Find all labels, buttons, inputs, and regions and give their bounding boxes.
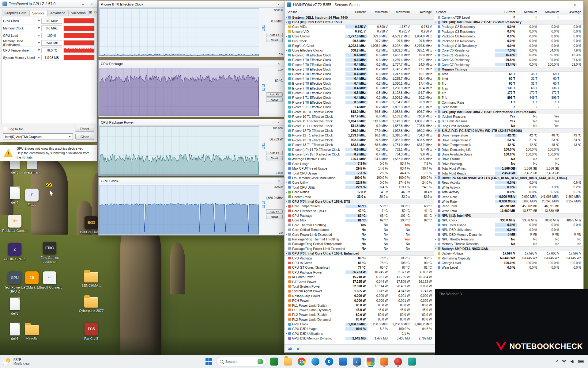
sensor-row[interactable]: CPU Package 82 °C 63 °C 101 °C 81 °C bbox=[285, 213, 434, 218]
expand-arrow-icon[interactable]: ▸ bbox=[434, 63, 438, 66]
taskbar-app-gpu-z[interactable] bbox=[379, 356, 390, 367]
expand-arrow-icon[interactable]: ▸ bbox=[285, 191, 288, 194]
sensor-row[interactable]: Core Max 81 °C 62 °C 103 °C 82 °C bbox=[285, 218, 434, 223]
sensor-row[interactable]: Read Activity 0.0 % 0.0 % 0.6 % bbox=[434, 180, 583, 185]
expand-arrow-icon[interactable]: ▸ bbox=[285, 35, 288, 38]
desktop-icon-far-cry-5[interactable]: FC5 Far Cry 5 bbox=[77, 323, 105, 341]
gpuz-tab[interactable]: Advanced bbox=[47, 10, 68, 16]
expand-arrow-icon[interactable]: ▸ bbox=[434, 49, 438, 52]
screenshot-icon[interactable]: ▣ bbox=[89, 10, 92, 14]
minimize-button[interactable]: – bbox=[80, 2, 86, 6]
sensor-row[interactable]: CPU Package Power 36.783 W 10.245 W 52.3… bbox=[285, 270, 434, 274]
taskbar-app-hwinfo-sensors[interactable] bbox=[365, 356, 376, 367]
expand-arrow-icon[interactable]: ▾ bbox=[285, 21, 288, 24]
sensor-row[interactable]: P-core 8 T1 Effective Clock 0.4 MHz 0.2 … bbox=[285, 95, 434, 100]
sensor-row[interactable]: Write Total 13,680 MB 13,577 MB 13,680 M… bbox=[434, 209, 583, 213]
taskbar-app-hwinfo[interactable]: i bbox=[351, 356, 363, 367]
sensor-row[interactable]: Ring/LLC Clock 3,292.1 MHz 1,995.1 MHz 3… bbox=[285, 43, 434, 48]
sensor-row[interactable]: ▾ System: DELL Inspiron 14 Plus 7440 bbox=[285, 15, 434, 20]
sensor-row[interactable]: P-core 10 T0 Effective Clock 818.0 MHz 7… bbox=[285, 109, 434, 114]
sensor-row[interactable]: E-core 0 T0 Effective Clock 0.4 MHz 0.3 … bbox=[285, 53, 434, 57]
sensor-row[interactable]: PL1 Power Limit (Static) 80.0 W 80.0 W 8… bbox=[285, 303, 434, 308]
sensor-row[interactable]: Package C10 Residency 0.0 % 0.0 % 0.0 % … bbox=[434, 43, 583, 48]
sensor-row[interactable]: E-core 5 T0 Effective Clock 0.4 MHz 0.2 … bbox=[285, 76, 434, 81]
graph-handle[interactable] bbox=[262, 29, 265, 31]
sensor-row[interactable]: Gear Mode 2 2 2 bbox=[434, 105, 583, 109]
sensor-row[interactable]: P-core 11 T1 Effective Clock 511.8 MHz 9… bbox=[285, 124, 434, 128]
sensor-row[interactable]: ▾ Core Effective Clocks 308.2 MHz 0.2 MH… bbox=[285, 48, 434, 53]
sensor-row[interactable]: ▸ GPU D3D Utilizations 1.5 % bbox=[285, 331, 434, 336]
graphics-device-select[interactable]: Intel(R) Arc(TM) Graphics bbox=[3, 133, 73, 140]
sensor-row[interactable]: Package C2 Residency 0.0 % 0.0 % 0.0 % 0… bbox=[434, 25, 583, 29]
expand-arrow-icon[interactable]: ▸ bbox=[434, 120, 438, 123]
wifi-icon[interactable] bbox=[562, 359, 567, 364]
sensor-row[interactable]: CPU IA Cores 86 °C 78 °C 103 °C 93 °C bbox=[285, 260, 434, 265]
sensor-row[interactable]: NPU Clock 333.0 MHz 333.0 MHz 700.0 MHz … bbox=[434, 218, 583, 223]
sensor-row[interactable]: P-core 11 T0 Effective Clock 1,094.9 MHz… bbox=[285, 119, 434, 124]
sensor-row[interactable]: P-core 9 T1 Effective Clock 1.4 MHz 0.2 … bbox=[285, 105, 434, 109]
expand-arrow-icon[interactable]: ▸ bbox=[285, 332, 288, 335]
sensor-row[interactable]: On-Demand Clock Modulation 100.0 % 100.0… bbox=[285, 175, 434, 180]
desktop-icon-dell5[interactable]: dell5 bbox=[1, 297, 29, 316]
graph-handle[interactable] bbox=[262, 201, 265, 204]
column-average[interactable]: Average bbox=[561, 10, 583, 14]
minimize-button[interactable]: – bbox=[543, 1, 556, 9]
sensor-row[interactable]: P-core 9 T0 Effective Clock 0.5 MHz 0.3 … bbox=[285, 100, 434, 105]
graph-handle[interactable] bbox=[262, 143, 265, 146]
expand-arrow-icon[interactable]: ▸ bbox=[285, 233, 288, 236]
sensor-row[interactable]: ▾ S.M.A.R.T.: PC SN740 NVMe WD 1TB (2345… bbox=[434, 128, 583, 133]
sensor-row[interactable]: ▸ Core Thermal Throttling Yes No Yes bbox=[285, 223, 434, 227]
sensor-row[interactable]: ▸ NPU D3D Utilizations 0.0 % 0.0 % 0.0 % bbox=[434, 228, 583, 232]
sensor-row[interactable]: Battery Voltage 17.597 V 17.595 V 17.600… bbox=[434, 251, 583, 256]
sensor-row[interactable]: E-core 4 T0 Effective Clock 0.4 MHz 0.3 … bbox=[285, 72, 434, 76]
expand-arrow-icon[interactable]: ▸ bbox=[434, 238, 438, 241]
sensor-row[interactable]: E-core (LP) 15 T0 Effective Clock 0.7 MH… bbox=[285, 152, 434, 156]
sensor-row[interactable]: CPU Package 86 °C 78 °C 103 °C 93 °C bbox=[285, 256, 434, 260]
sensor-row[interactable]: ▾ CPU [#0]: Intel Core Ultra 7 155H bbox=[285, 20, 434, 24]
sensor-row[interactable]: Max CPU/Thread Usage 29.5 % 14.6 % 83.4 … bbox=[285, 166, 434, 171]
column-current[interactable]: Current bbox=[345, 10, 368, 14]
expand-arrow-icon[interactable]: ▸ bbox=[434, 125, 438, 127]
gpuz-tab[interactable]: Sensors bbox=[29, 10, 47, 16]
taskbar-app-edge[interactable] bbox=[310, 356, 321, 367]
sensor-row[interactable]: PL2 Power Limit (Static) 80.0 W 80.0 W 8… bbox=[285, 312, 434, 317]
column-sensor[interactable]: Sensor bbox=[285, 10, 345, 14]
sensor-row[interactable]: Remaining Capacity 63.445 Wh 63.445 Wh 6… bbox=[434, 256, 583, 260]
sensor-row[interactable]: ▸ Memory Throttle Reasons No No No No bbox=[434, 242, 583, 246]
close-button[interactable]: × bbox=[568, 1, 581, 9]
graph-titlebar[interactable]: GPU Clock × bbox=[99, 178, 284, 184]
sensor-row[interactable]: E-core 7 T0 Effective Clock 0.4 MHz 0.3 … bbox=[285, 86, 434, 90]
sensor-row[interactable]: GPU D3D Memory Dynamic 2,541 MB 1,477 MB… bbox=[285, 336, 434, 341]
taskbar-app-green-app[interactable] bbox=[268, 356, 280, 367]
sensor-row[interactable]: ▸ Core Critical Temperature No No No bbox=[285, 228, 434, 232]
sensor-row[interactable]: E-core 1 T0 Effective Clock 0.4 MHz 0.3 … bbox=[285, 58, 434, 62]
sensor-row[interactable]: ▸ Core C1 Residency 16.4 % 0.0 % 86.9 % … bbox=[434, 53, 583, 57]
taskbar-app-teal-app[interactable] bbox=[406, 356, 418, 367]
expand-arrow-icon[interactable]: ▾ bbox=[434, 214, 438, 217]
sensor-row[interactable]: Total Host Writes 1,566 GB 1,566 GB 1,56… bbox=[434, 166, 583, 171]
gpuz-sensor-select[interactable]: Memory Clock bbox=[2, 26, 41, 30]
taskbar-app-blue-app[interactable] bbox=[337, 356, 349, 367]
sensor-row[interactable]: ▸ Core Ratios 17.8 x 4.0 x 46.0 x 18.4 x bbox=[285, 190, 434, 194]
battery-icon[interactable] bbox=[578, 360, 584, 363]
log-to-file-checkbox[interactable] bbox=[3, 127, 7, 131]
expand-arrow-icon[interactable]: ▾ bbox=[434, 176, 438, 179]
fast-forward-icon[interactable]: » bbox=[297, 346, 299, 351]
expand-arrow-icon[interactable]: ▸ bbox=[434, 243, 438, 245]
sensor-row[interactable]: PL1 Power Limit (Dynamic) 45.0 W 45.0 W … bbox=[285, 308, 434, 312]
close-button[interactable]: × bbox=[275, 121, 282, 124]
sensor-row[interactable]: ▸ Core Distance to TjMAX 42 °C 7 °C 52 °… bbox=[285, 209, 434, 213]
expand-arrow-icon[interactable]: ▸ bbox=[434, 148, 438, 151]
sensor-row[interactable]: E-core 6 T0 Effective Clock 0.4 MHz 0.2 … bbox=[285, 81, 434, 86]
sensor-row[interactable]: Read Rate 0.000 MB/s 0.000 MB/s 141.098 … bbox=[434, 194, 583, 199]
desktop-icon-fraps[interactable]: F Fraps bbox=[18, 189, 46, 207]
sensor-row[interactable]: ▾ CPU [#0]: Intel Core Ultra 7 155H: C-S… bbox=[434, 20, 583, 24]
auto-fit-button[interactable]: Auto Fit bbox=[266, 209, 283, 214]
sensor-row[interactable]: ▸ Core VIDs 0.725 V 0.590 V 1.137 V 0.73… bbox=[285, 25, 434, 29]
expand-arrow-icon[interactable]: ▾ bbox=[434, 21, 438, 24]
column-current[interactable]: Current bbox=[495, 10, 517, 14]
sensor-row[interactable]: P-core 10 T1 Effective Clock 927.9 MHz 6… bbox=[285, 114, 434, 119]
expand-arrow-icon[interactable]: ▾ bbox=[285, 200, 288, 203]
sensor-row[interactable]: ▸ Core Temperatures 68 °C 58 °C 103 °C 6… bbox=[285, 204, 434, 209]
desktop-icon-benchma-[interactable]: BENCHMA... bbox=[77, 270, 105, 288]
